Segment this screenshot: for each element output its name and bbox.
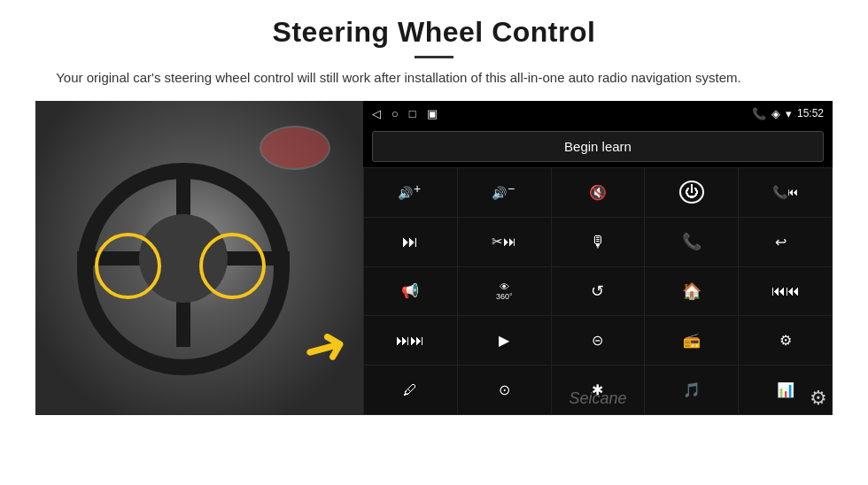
highlight-circle-right [199,233,266,299]
rewind-button[interactable]: ⏮⏮ [739,267,832,316]
radio-button[interactable]: 📻 [645,316,738,365]
dashboard-gauge [260,126,330,170]
svg-text:🔊: 🔊 [398,186,414,201]
android-head-unit: ◁ ○ □ ▣ 📞 ◈ ▾ 15:52 Begin learn [363,101,833,415]
status-bar: ◁ ○ □ ▣ 📞 ◈ ▾ 15:52 [363,101,833,126]
next-track-button[interactable]: ⏭ [364,218,457,266]
content-area: ➜ ◁ ○ □ ▣ 📞 ◈ ▾ 15:52 [35,101,833,415]
wifi-icon: ▾ [786,107,792,120]
home-nav-icon[interactable]: ○ [391,107,399,120]
prev-track-phone-button[interactable]: 📞⏮ [739,168,832,217]
bluetooth-button[interactable]: ✱ [552,366,645,414]
eject-button[interactable]: ⊝ [552,316,645,365]
begin-learn-button[interactable]: Begin learn [372,131,824,162]
navigate-button[interactable]: ▶ [458,316,551,365]
svg-text:🔊: 🔊 [492,186,508,201]
highlight-circle-left [95,233,161,299]
status-bar-left: ◁ ○ □ ▣ [372,107,438,120]
status-time: 15:52 [797,107,824,119]
page-subtitle: Your original car's steering wheel contr… [35,67,762,89]
vol-down-button[interactable]: 🔊− [458,168,551,217]
power-button[interactable]: ⏻ [645,168,738,217]
back-button[interactable]: ↺ [552,267,645,316]
music-button[interactable]: 🎵 [645,366,738,414]
settings2-button[interactable]: ⊙ [458,366,551,414]
begin-learn-row: Begin learn [363,126,833,167]
page-title: Steering Wheel Control [35,16,833,49]
location-icon: ◈ [771,107,780,120]
svg-text:−: − [508,182,515,196]
back-nav-icon[interactable]: ◁ [372,107,381,120]
call-button[interactable]: 📞 [645,218,738,266]
page-container: Steering Wheel Control Your original car… [0,0,868,485]
skip-forward-button[interactable]: ✂⏭ [458,218,551,266]
steering-wheel-bg: ➜ [35,101,363,415]
fast-forward-button[interactable]: ⏭⏭ [364,316,457,365]
recents-nav-icon[interactable]: □ [409,107,416,120]
speaker-button[interactable]: 📢 [364,267,457,316]
title-divider [415,56,453,58]
yellow-arrow-icon: ➜ [295,311,353,382]
settings-gear-icon[interactable]: ⚙ [810,387,827,410]
svg-text:↩: ↩ [775,235,787,250]
phone-status-icon: 📞 [752,107,766,120]
camera-360-button[interactable]: 👁360° [458,267,551,316]
equalizer-settings-button[interactable]: ⚙ [739,316,832,365]
control-grid: 🔊+ 🔊− 🔇 ⏻ 📞⏮ ⏭ ✂⏭ [363,167,833,415]
title-section: Steering Wheel Control Your original car… [35,16,833,89]
pen-button[interactable]: 🖊 [364,366,457,414]
steering-wheel-photo: ➜ [35,101,363,415]
mute-button[interactable]: 🔇 [552,168,645,217]
microphone-button[interactable]: 🎙 [552,218,645,266]
hang-up-button[interactable]: ↩ [739,218,832,266]
svg-text:+: + [414,182,421,196]
notification-icon: ▣ [427,107,438,120]
vol-up-button[interactable]: 🔊+ [364,168,457,217]
home-button[interactable]: 🏠 [645,267,738,316]
status-bar-right: 📞 ◈ ▾ 15:52 [752,107,824,120]
